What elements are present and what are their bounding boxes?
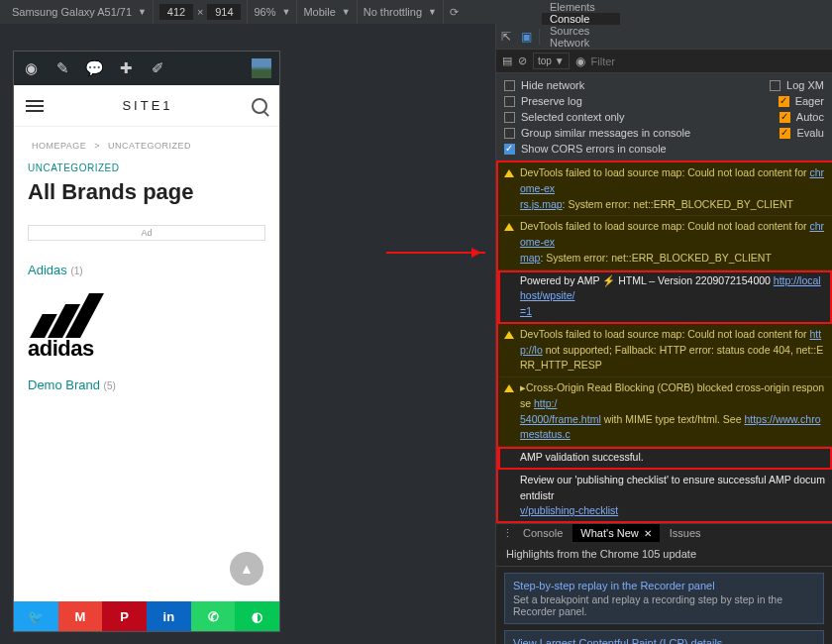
highlight-card[interactable]: View Largest Contentful Paint (LCP) deta…: [504, 630, 824, 644]
social-button[interactable]: M: [58, 601, 103, 631]
scroll-top-button[interactable]: ▲: [230, 552, 263, 586]
drawer-tab-issues[interactable]: Issues: [662, 524, 709, 542]
drawer-tab-what-s-new[interactable]: What's New ✕: [572, 524, 659, 542]
check-preserve log[interactable]: Preserve log: [504, 95, 582, 107]
social-button[interactable]: ◐: [235, 601, 279, 631]
highlights-title: Highlights from the Chrome 105 update: [496, 542, 832, 567]
social-button[interactable]: in: [147, 601, 191, 631]
context-select[interactable]: top ▼: [533, 53, 570, 69]
height-input[interactable]: [207, 4, 241, 20]
sidebar-toggle-icon[interactable]: ▤: [502, 54, 512, 67]
site-title[interactable]: SITE1: [122, 98, 172, 113]
check-eager[interactable]: Eager: [779, 95, 824, 107]
drawer-tab-console[interactable]: Console: [515, 524, 571, 542]
device-toolbar: Samsung Galaxy A51/71▼ × 96%▼ Mobile▼ No…: [0, 0, 832, 24]
console-toolbar: ▤ ⊘ top ▼ ◉: [496, 50, 832, 73]
zoom-select[interactable]: 96%▼: [248, 0, 297, 24]
device-select[interactable]: Samsung Galaxy A51/71▼: [6, 0, 154, 24]
phone-frame: ◉ ✎ 💬 ✚ ✐ SITE1 HOMEPAGE>UNCATEGORIZED U…: [14, 52, 279, 631]
drawer-menu-icon[interactable]: ⋮: [502, 527, 513, 540]
console-message[interactable]: DevTools failed to load source map: Coul…: [498, 216, 832, 269]
category-label[interactable]: UNCATEGORIZED: [14, 151, 279, 173]
edit-icon[interactable]: ✐: [149, 59, 166, 77]
live-expression-icon[interactable]: ◉: [575, 54, 585, 68]
dimensions[interactable]: ×: [154, 0, 248, 24]
search-icon[interactable]: [252, 98, 267, 114]
drawer-tabs: ⋮ConsoleWhat's New ✕Issues: [496, 524, 832, 542]
tab-console[interactable]: Console: [542, 13, 620, 25]
console-message[interactable]: DevTools failed to load source map: Coul…: [498, 162, 832, 216]
site-header: SITE1: [14, 85, 279, 127]
check-group similar messages in console[interactable]: Group similar messages in console: [504, 127, 690, 139]
check-selected context only[interactable]: Selected context only: [504, 111, 625, 123]
check-autoc[interactable]: Autoc: [780, 111, 824, 123]
check-hide network[interactable]: Hide network: [504, 79, 584, 91]
rotate-icon[interactable]: ⟳: [444, 0, 465, 24]
brand-link[interactable]: Adidas (1): [14, 255, 279, 285]
page-title: All Brands page: [14, 173, 279, 219]
social-button[interactable]: 🐦: [14, 601, 58, 631]
console-message[interactable]: Powered by AMP ⚡ HTML – Version 22090721…: [498, 270, 832, 324]
console-output[interactable]: DevTools failed to load source map: Coul…: [496, 161, 832, 523]
mode-select[interactable]: Mobile▼: [297, 0, 357, 24]
devtools-drawer: ⋮ConsoleWhat's New ✕Issues Highlights fr…: [496, 523, 832, 644]
console-message[interactable]: AMP validation successful.: [498, 447, 832, 470]
console-message[interactable]: ▸Cross-Origin Read Blocking (CORB) block…: [498, 377, 832, 447]
social-button[interactable]: ✆: [191, 601, 236, 631]
console-settings: Hide networkLog XMPreserve logEagerSelec…: [496, 73, 832, 161]
brand-logo[interactable]: adidas: [14, 285, 279, 370]
filter-input[interactable]: [591, 55, 826, 67]
console-message[interactable]: Review our 'publishing checklist' to ens…: [498, 470, 832, 523]
devtools-panel: ⇱ ▣ ElementsConsoleSourcesNetworkPerform…: [495, 24, 832, 644]
tab-network[interactable]: Network: [542, 37, 620, 49]
avatar[interactable]: [252, 58, 271, 78]
social-button[interactable]: P: [102, 601, 147, 631]
check-log xm[interactable]: Log XM: [770, 79, 824, 91]
throttle-select[interactable]: No throttling▼: [358, 0, 444, 24]
breadcrumb: HOMEPAGE>UNCATEGORIZED: [14, 127, 279, 151]
check-evalu[interactable]: Evalu: [780, 127, 824, 139]
clear-icon[interactable]: ⊘: [518, 54, 527, 67]
device-preview: ◉ ✎ 💬 ✚ ✐ SITE1 HOMEPAGE>UNCATEGORIZED U…: [0, 24, 495, 644]
width-input[interactable]: [159, 4, 193, 20]
menu-icon[interactable]: [26, 100, 44, 112]
comment-icon[interactable]: 💬: [85, 59, 103, 77]
dashboard-icon[interactable]: ◉: [22, 59, 40, 77]
brand-link[interactable]: Demo Brand (5): [14, 370, 279, 400]
console-message[interactable]: DevTools failed to load source map: Coul…: [498, 324, 832, 377]
brush-icon[interactable]: ✎: [53, 59, 71, 77]
highlight-card[interactable]: Step-by-step replay in the Recorder pane…: [504, 573, 824, 624]
ad-slot[interactable]: Ad: [28, 225, 265, 241]
inspect-icon[interactable]: ⇱: [496, 30, 516, 44]
tab-sources[interactable]: Sources: [542, 25, 620, 37]
annotation-arrow: [386, 252, 485, 254]
wp-admin-bar: ◉ ✎ 💬 ✚ ✐: [14, 52, 279, 85]
plus-icon[interactable]: ✚: [117, 59, 135, 77]
tab-elements[interactable]: Elements: [542, 1, 620, 13]
devtools-tabs: ⇱ ▣ ElementsConsoleSourcesNetworkPerform…: [496, 24, 832, 50]
device-icon[interactable]: ▣: [516, 30, 537, 44]
social-bar: 🐦MPin✆◐: [14, 601, 279, 631]
check-show cors errors in console[interactable]: Show CORS errors in console: [504, 143, 667, 155]
